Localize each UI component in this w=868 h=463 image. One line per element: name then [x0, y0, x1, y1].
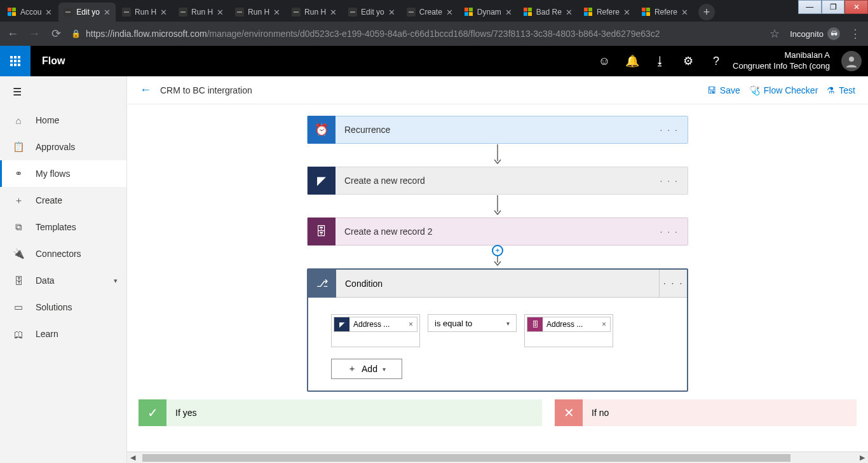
chevron-down-icon: ▾: [383, 366, 386, 373]
browser-tab[interactable]: Run H✕: [173, 3, 229, 22]
browser-tab[interactable]: Bad Re✕: [519, 3, 578, 22]
step-recurrence[interactable]: ⏰ Recurrence · · ·: [307, 116, 688, 144]
condition-right-value[interactable]: 🗄 Address ... ×: [524, 314, 613, 347]
notifications-icon[interactable]: 🔔: [618, 46, 646, 76]
help-icon[interactable]: ?: [702, 46, 730, 76]
tab-close[interactable]: ✕: [330, 8, 337, 17]
tab-close[interactable]: ✕: [623, 8, 630, 17]
nav-icon: ＋: [13, 195, 24, 207]
window-close[interactable]: ✕: [844, 0, 868, 14]
avatar[interactable]: [841, 51, 862, 71]
step-create-record-2[interactable]: 🗄 Create a new record 2 · · ·: [307, 218, 688, 245]
url-field[interactable]: 🔒 https://india.flow.microsoft.com/manag…: [71, 29, 759, 39]
tab-close[interactable]: ✕: [45, 8, 52, 17]
scroll-thumb[interactable]: [142, 454, 790, 462]
browser-tab[interactable]: Edit yo✕: [343, 3, 400, 22]
app-launcher[interactable]: [0, 46, 31, 76]
tab-close[interactable]: ✕: [160, 8, 167, 17]
nav-icon: ⌂: [13, 115, 24, 126]
save-button[interactable]: 🖫Save: [707, 85, 740, 95]
back-button[interactable]: ←: [140, 83, 151, 97]
sidebar-item-create[interactable]: ＋Create: [0, 187, 126, 214]
tab-label: Refere: [654, 8, 677, 17]
sidebar-item-data[interactable]: 🗄Data▾: [0, 267, 126, 294]
step-title: Recurrence: [336, 125, 651, 135]
step-menu[interactable]: · · ·: [651, 176, 688, 186]
sidebar-item-learn[interactable]: 🕮Learn: [0, 321, 126, 347]
sidebar-item-solutions[interactable]: ▭Solutions: [0, 294, 126, 321]
sidebar-item-my-flows[interactable]: ⚭My flows: [0, 160, 126, 187]
branch-label: If yes: [166, 408, 196, 418]
tab-close[interactable]: ✕: [681, 8, 688, 17]
scroll-left-arrow[interactable]: ◀: [127, 453, 139, 462]
microsoft-icon: [8, 8, 17, 17]
tab-close[interactable]: ✕: [217, 8, 224, 17]
flow-checker-button[interactable]: 🩺Flow Checker: [749, 85, 818, 95]
browser-tab[interactable]: Run H✕: [117, 3, 172, 22]
window-maximize[interactable]: ❐: [822, 0, 845, 14]
tab-close[interactable]: ✕: [388, 8, 395, 17]
token-remove[interactable]: ×: [598, 320, 610, 329]
flow-icon: [64, 8, 72, 17]
database-icon: 🗄: [527, 317, 543, 331]
browser-tab[interactable]: Run H✕: [230, 3, 285, 22]
browser-menu-icon[interactable]: ⋮: [849, 27, 862, 41]
browser-tab[interactable]: Refere✕: [579, 3, 635, 22]
step-menu[interactable]: · · ·: [659, 270, 687, 298]
user-block[interactable]: Manibalan A Congruent Info Tech (cong: [730, 50, 835, 72]
sidebar-item-approvals[interactable]: 📋Approvals: [0, 134, 126, 160]
branch-yes[interactable]: ✓If yes: [139, 399, 542, 426]
chevron-down-icon: ▾: [114, 277, 118, 285]
hamburger-icon[interactable]: ☰: [0, 76, 126, 107]
browser-tab[interactable]: Refere✕: [637, 3, 693, 22]
settings-icon[interactable]: ⚙: [674, 46, 702, 76]
step-menu[interactable]: · · ·: [651, 125, 688, 135]
tab-close[interactable]: ✕: [446, 8, 453, 17]
add-condition-button[interactable]: ＋ Add ▾: [331, 359, 402, 379]
incognito-icon: 🕶: [827, 27, 840, 40]
step-title: Condition: [336, 279, 659, 289]
test-button[interactable]: ⚗Test: [827, 85, 855, 95]
flow-icon: [235, 8, 244, 17]
sidebar-item-connectors[interactable]: 🔌Connectors: [0, 240, 126, 267]
window-minimize[interactable]: —: [798, 0, 822, 14]
feedback-icon[interactable]: ☺: [590, 46, 618, 76]
tab-close[interactable]: ✕: [273, 8, 280, 17]
branch-no[interactable]: ✕If no: [555, 399, 857, 426]
add-step-button[interactable]: +: [492, 245, 503, 256]
tab-label: Bad Re: [536, 8, 562, 17]
nav-forward-icon[interactable]: →: [28, 27, 41, 41]
sidebar-item-templates[interactable]: ⧉Templates: [0, 214, 126, 240]
tab-label: Run H: [135, 8, 156, 17]
step-create-record[interactable]: ◤ Create a new record · · ·: [307, 167, 688, 195]
token-remove[interactable]: ×: [405, 320, 417, 329]
tab-close[interactable]: ✕: [505, 8, 512, 17]
browser-tab[interactable]: Edit yo✕: [58, 3, 116, 22]
nav-reload-icon[interactable]: ⟳: [50, 27, 62, 41]
nav-back-icon[interactable]: ←: [6, 27, 19, 41]
tab-close[interactable]: ✕: [566, 8, 573, 17]
browser-tab[interactable]: Dynam✕: [459, 3, 517, 22]
person-icon: [845, 55, 858, 67]
scroll-right-arrow[interactable]: ▶: [857, 453, 868, 462]
chevron-down-icon: ▾: [506, 320, 510, 327]
horizontal-scrollbar[interactable]: ◀ ▶: [127, 452, 868, 463]
new-tab-button[interactable]: +: [698, 4, 715, 20]
browser-tab[interactable]: Run H✕: [287, 3, 342, 22]
check-icon: ✓: [139, 399, 166, 426]
bookmark-icon[interactable]: ☆: [768, 27, 781, 41]
download-icon[interactable]: ⭳: [646, 46, 674, 76]
microsoft-icon: [465, 8, 473, 17]
browser-tab[interactable]: Create✕: [402, 3, 458, 22]
nav-icon: 📋: [13, 141, 24, 153]
step-menu[interactable]: · · ·: [651, 226, 688, 237]
tab-label: Edit yo: [76, 8, 100, 17]
step-condition[interactable]: ⎇ Condition · · · ◤ Address ... ×: [307, 268, 688, 392]
condition-operator-select[interactable]: is equal to ▾: [428, 314, 517, 332]
nav-label: Home: [36, 115, 59, 125]
browser-tab[interactable]: Accou✕: [3, 3, 57, 22]
tab-close[interactable]: ✕: [104, 8, 111, 17]
condition-left-value[interactable]: ◤ Address ... ×: [331, 314, 420, 347]
flow-canvas[interactable]: ⏰ Recurrence · · · ◤ Create a new record…: [127, 104, 868, 452]
sidebar-item-home[interactable]: ⌂Home: [0, 107, 126, 134]
